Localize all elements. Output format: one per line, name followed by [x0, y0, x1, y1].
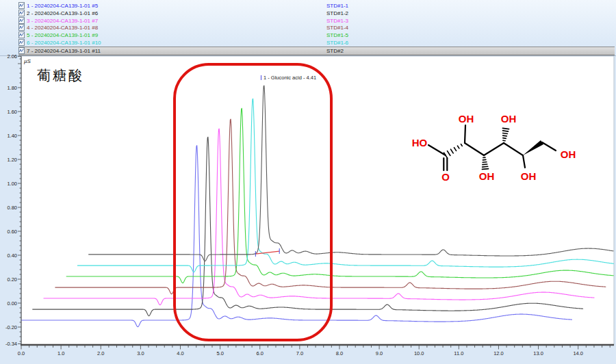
bond: [542, 142, 556, 151]
y-tick-label: 1.40: [7, 133, 17, 139]
gluconic-acid-structure: HOOOHOHOHOHOH: [404, 103, 602, 198]
y-axis-unit-label: µS: [24, 58, 31, 64]
peak-annotation-label: 1 - Gluconic acid - 4.41: [264, 75, 316, 81]
x-tick-label: 5.0: [216, 350, 223, 356]
x-tick-label: 7.0: [296, 350, 303, 356]
peak-apex-tick: [261, 75, 261, 80]
y-tick-label: 1.80: [7, 85, 17, 91]
bond: [457, 146, 459, 148]
bond: [502, 128, 509, 129]
x-tick-label: 2.0: [97, 350, 104, 356]
y-tick-label: 0.60: [7, 229, 17, 235]
bond: [465, 125, 465, 143]
bond: [483, 164, 487, 165]
bond: [504, 143, 523, 155]
atom-label: OH: [521, 170, 537, 182]
bond: [448, 151, 450, 156]
y-tick-label: 0.80: [7, 205, 17, 211]
bond: [450, 149, 453, 153]
x-tick-label: 1.0: [57, 350, 64, 356]
x-tick-label: 4.0: [177, 350, 183, 356]
y-tick-label: -0.20: [5, 324, 17, 330]
chromatography-app-window: 1 - 20240204-CA139-1-01 #5STD#1-12 - 202…: [0, 0, 616, 364]
atom-label: OH: [459, 113, 474, 125]
y-tick-label: 1.60: [7, 109, 17, 115]
y-tick-label: 1.20: [7, 157, 17, 163]
bond: [523, 155, 525, 168]
bond: [503, 138, 506, 139]
x-tick-label: 9.0: [376, 350, 383, 356]
atom-label: HO: [412, 137, 428, 148]
bond: [428, 145, 446, 155]
y-tick-label: -0.34: [5, 341, 17, 347]
bond: [461, 144, 462, 146]
wedge-bond: [523, 140, 543, 155]
x-tick-label: 0.0: [18, 350, 25, 356]
x-tick-label: 8.0: [336, 350, 343, 356]
plot-area: [21, 56, 614, 345]
bond: [503, 131, 509, 131]
x-tick-label: 3.0: [137, 350, 144, 356]
x-tick-label: 11.0: [454, 350, 463, 356]
atom-label: OH: [561, 148, 576, 160]
x-tick-label: 10.0: [414, 350, 424, 356]
y-tick-label: 0.40: [7, 252, 17, 259]
y-tick-label: 0.20: [7, 276, 17, 283]
analyte-title-cjk: 葡糖酸: [37, 66, 84, 85]
x-tick-label: 6.0: [257, 350, 264, 356]
bond: [483, 162, 487, 163]
bond: [483, 166, 488, 167]
atom-label: O: [441, 171, 450, 183]
atom-label: OH: [479, 170, 495, 182]
bond: [465, 143, 484, 155]
bond: [484, 143, 504, 155]
bond: [454, 148, 456, 151]
atom-label: OH: [501, 113, 517, 125]
bond: [503, 133, 508, 134]
y-tick-label: 0.00: [7, 300, 17, 307]
x-tick-label: 13.0: [533, 350, 543, 356]
bond: [482, 169, 488, 170]
y-tick-label: 2.06: [7, 53, 17, 60]
y-tick-label: 1.00: [7, 181, 17, 187]
bond: [503, 135, 507, 136]
x-tick-label: 12.0: [493, 350, 504, 356]
x-tick-label: 14.0: [573, 350, 583, 356]
